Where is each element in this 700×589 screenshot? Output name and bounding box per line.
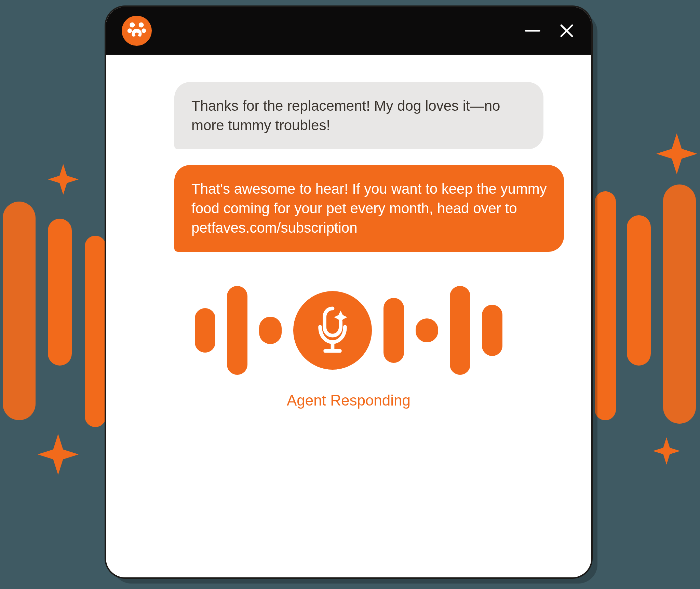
decor-bar xyxy=(3,202,36,420)
voice-bar xyxy=(383,298,404,363)
message-user: Thanks for the replacement! My dog loves… xyxy=(174,82,543,149)
voice-bar xyxy=(259,317,282,344)
svg-point-3 xyxy=(142,28,146,33)
chat-body: Thanks for the replacement! My dog loves… xyxy=(106,55,591,577)
chat-window: Thanks for the replacement! My dog loves… xyxy=(106,7,591,577)
brand-logo xyxy=(122,16,152,46)
decor-bar xyxy=(48,219,72,366)
sparkle-icon xyxy=(38,434,79,475)
sparkle-icon xyxy=(653,437,680,465)
sparkle-icon xyxy=(656,133,697,174)
voice-bar xyxy=(416,318,438,342)
microphone-sparkle-icon xyxy=(310,304,355,357)
message-text: That's awesome to hear! If you want to k… xyxy=(191,181,547,235)
voice-bar xyxy=(450,286,470,375)
decor-bar xyxy=(595,191,616,420)
voice-visualizer xyxy=(130,286,567,375)
paw-icon xyxy=(126,20,147,42)
minimize-button[interactable] xyxy=(524,22,541,40)
decor-bar xyxy=(85,236,106,427)
svg-point-0 xyxy=(130,23,135,28)
status-label: Agent Responding xyxy=(130,392,567,409)
decor-bar xyxy=(627,215,651,366)
message-text: Thanks for the replacement! My dog loves… xyxy=(191,98,500,133)
titlebar xyxy=(106,7,591,55)
voice-bar xyxy=(482,305,502,356)
close-button[interactable] xyxy=(558,22,576,40)
status-text: Agent Responding xyxy=(287,392,410,409)
mic-button[interactable] xyxy=(293,291,372,370)
stage: Thanks for the replacement! My dog loves… xyxy=(0,0,700,589)
decor-bar xyxy=(663,184,696,424)
svg-point-2 xyxy=(127,28,132,33)
voice-bar xyxy=(227,286,247,375)
svg-point-1 xyxy=(139,23,144,28)
voice-bar xyxy=(195,308,215,353)
message-agent: That's awesome to hear! If you want to k… xyxy=(174,165,564,252)
window-controls xyxy=(524,22,576,40)
sparkle-icon xyxy=(48,164,79,195)
